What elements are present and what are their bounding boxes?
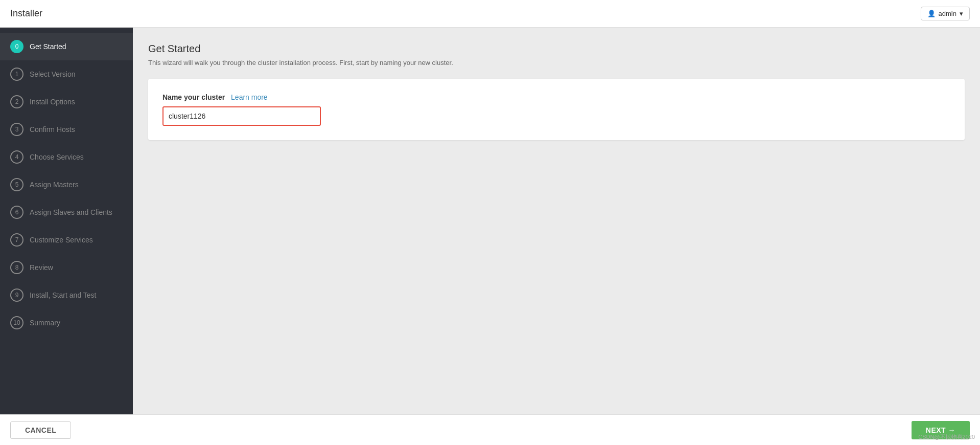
sidebar-item-confirm-hosts[interactable]: 3 Confirm Hosts: [0, 116, 133, 143]
app-title: Installer: [10, 8, 42, 19]
sidebar-label-get-started: Get Started: [30, 42, 66, 51]
user-icon: 👤: [927, 10, 936, 17]
step-circle-1: 1: [10, 68, 24, 81]
next-button[interactable]: NEXT →: [912, 421, 970, 439]
sidebar-item-assign-slaves[interactable]: 6 Assign Slaves and Clients: [0, 198, 133, 226]
step-circle-2: 2: [10, 95, 24, 108]
sidebar-label-customize-services: Customize Services: [30, 236, 93, 244]
sidebar-item-customize-services[interactable]: 7 Customize Services: [0, 226, 133, 254]
page-description: This wizard will walk you through the cl…: [148, 59, 965, 66]
sidebar-item-summary[interactable]: 10 Summary: [0, 309, 133, 337]
user-menu-button[interactable]: 👤 admin ▾: [921, 7, 970, 20]
sidebar-label-summary: Summary: [30, 319, 60, 327]
footer: CANCEL NEXT →: [0, 414, 980, 445]
step-circle-6: 6: [10, 206, 24, 219]
dropdown-icon: ▾: [960, 10, 963, 17]
content-area: Get Started This wizard will walk you th…: [133, 28, 980, 414]
step-circle-8: 8: [10, 261, 24, 274]
sidebar-item-install-options[interactable]: 2 Install Options: [0, 88, 133, 116]
sidebar-label-select-version: Select Version: [30, 70, 76, 78]
cancel-button[interactable]: CANCEL: [10, 421, 71, 439]
step-circle-9: 9: [10, 288, 24, 302]
step-circle-4: 4: [10, 150, 24, 164]
sidebar-item-choose-services[interactable]: 4 Choose Services: [0, 143, 133, 171]
username-label: admin: [939, 10, 956, 17]
sidebar-label-assign-slaves: Assign Slaves and Clients: [30, 208, 112, 216]
sidebar-item-get-started[interactable]: 0 Get Started: [0, 33, 133, 60]
step-circle-10: 10: [10, 316, 24, 329]
learn-more-link[interactable]: Learn more: [231, 93, 268, 101]
sidebar-label-install-start-test: Install, Start and Test: [30, 291, 96, 299]
sidebar-item-review[interactable]: 8 Review: [0, 254, 133, 281]
sidebar-item-install-start-test[interactable]: 9 Install, Start and Test: [0, 281, 133, 309]
step-circle-0: 0: [10, 40, 24, 53]
sidebar-label-choose-services: Choose Services: [30, 153, 84, 161]
sidebar: 0 Get Started 1 Select Version 2 Install…: [0, 28, 133, 414]
sidebar-label-review: Review: [30, 263, 53, 272]
navbar: Installer 👤 admin ▾: [0, 0, 980, 28]
main-layout: 0 Get Started 1 Select Version 2 Install…: [0, 28, 980, 414]
field-label-text: Name your cluster: [162, 93, 225, 101]
field-label: Name your cluster Learn more: [162, 93, 950, 101]
cluster-name-input[interactable]: [162, 106, 321, 126]
step-circle-7: 7: [10, 233, 24, 247]
sidebar-item-assign-masters[interactable]: 5 Assign Masters: [0, 171, 133, 198]
step-circle-3: 3: [10, 123, 24, 136]
step-circle-5: 5: [10, 178, 24, 191]
sidebar-label-install-options: Install Options: [30, 98, 75, 106]
sidebar-label-assign-masters: Assign Masters: [30, 181, 79, 189]
page-title: Get Started: [148, 43, 965, 55]
get-started-card: Name your cluster Learn more: [148, 79, 965, 140]
sidebar-item-select-version[interactable]: 1 Select Version: [0, 60, 133, 88]
sidebar-label-confirm-hosts: Confirm Hosts: [30, 125, 75, 134]
